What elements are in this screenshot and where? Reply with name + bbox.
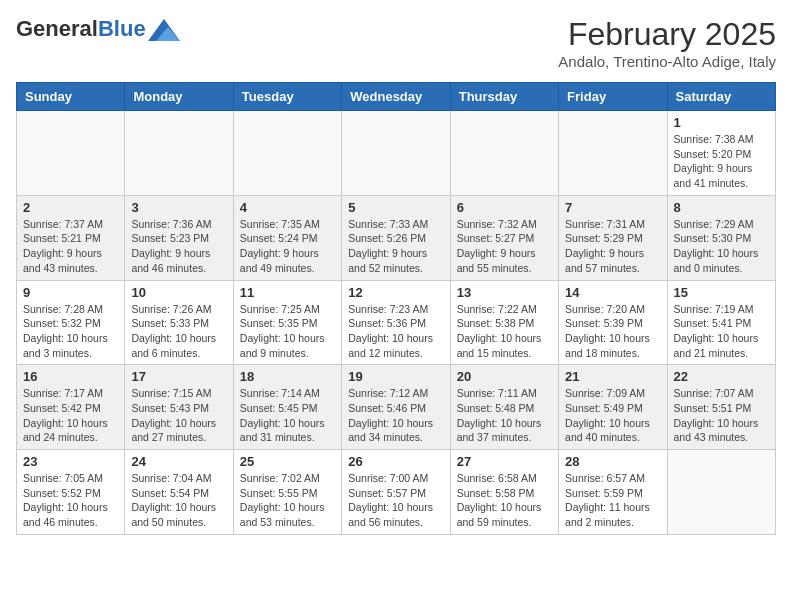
day-number: 22: [674, 369, 769, 384]
day-number: 26: [348, 454, 443, 469]
weekday-header-monday: Monday: [125, 83, 233, 111]
day-number: 16: [23, 369, 118, 384]
day-info: Sunrise: 7:29 AM Sunset: 5:30 PM Dayligh…: [674, 217, 769, 276]
day-info: Sunrise: 7:02 AM Sunset: 5:55 PM Dayligh…: [240, 471, 335, 530]
day-number: 5: [348, 200, 443, 215]
calendar-week-row: 9Sunrise: 7:28 AM Sunset: 5:32 PM Daylig…: [17, 280, 776, 365]
day-number: 4: [240, 200, 335, 215]
calendar-day-cell: 19Sunrise: 7:12 AM Sunset: 5:46 PM Dayli…: [342, 365, 450, 450]
day-number: 21: [565, 369, 660, 384]
calendar-day-cell: 3Sunrise: 7:36 AM Sunset: 5:23 PM Daylig…: [125, 195, 233, 280]
calendar-day-cell: 8Sunrise: 7:29 AM Sunset: 5:30 PM Daylig…: [667, 195, 775, 280]
calendar-day-cell: 12Sunrise: 7:23 AM Sunset: 5:36 PM Dayli…: [342, 280, 450, 365]
day-info: Sunrise: 7:11 AM Sunset: 5:48 PM Dayligh…: [457, 386, 552, 445]
day-info: Sunrise: 7:23 AM Sunset: 5:36 PM Dayligh…: [348, 302, 443, 361]
weekday-header-thursday: Thursday: [450, 83, 558, 111]
day-number: 18: [240, 369, 335, 384]
calendar-day-cell: 7Sunrise: 7:31 AM Sunset: 5:29 PM Daylig…: [559, 195, 667, 280]
calendar-table: SundayMondayTuesdayWednesdayThursdayFrid…: [16, 82, 776, 535]
logo-blue: Blue: [98, 16, 146, 42]
title-block: February 2025 Andalo, Trentino-Alto Adig…: [558, 16, 776, 70]
day-number: 23: [23, 454, 118, 469]
day-number: 3: [131, 200, 226, 215]
calendar-day-cell: [17, 111, 125, 196]
day-number: 17: [131, 369, 226, 384]
day-info: Sunrise: 7:04 AM Sunset: 5:54 PM Dayligh…: [131, 471, 226, 530]
day-info: Sunrise: 7:19 AM Sunset: 5:41 PM Dayligh…: [674, 302, 769, 361]
month-title: February 2025: [558, 16, 776, 53]
calendar-week-row: 2Sunrise: 7:37 AM Sunset: 5:21 PM Daylig…: [17, 195, 776, 280]
calendar-day-cell: 16Sunrise: 7:17 AM Sunset: 5:42 PM Dayli…: [17, 365, 125, 450]
day-info: Sunrise: 7:07 AM Sunset: 5:51 PM Dayligh…: [674, 386, 769, 445]
day-info: Sunrise: 7:14 AM Sunset: 5:45 PM Dayligh…: [240, 386, 335, 445]
calendar-week-row: 16Sunrise: 7:17 AM Sunset: 5:42 PM Dayli…: [17, 365, 776, 450]
day-info: Sunrise: 7:25 AM Sunset: 5:35 PM Dayligh…: [240, 302, 335, 361]
calendar-week-row: 23Sunrise: 7:05 AM Sunset: 5:52 PM Dayli…: [17, 450, 776, 535]
weekday-header-friday: Friday: [559, 83, 667, 111]
day-info: Sunrise: 7:33 AM Sunset: 5:26 PM Dayligh…: [348, 217, 443, 276]
calendar-day-cell: 27Sunrise: 6:58 AM Sunset: 5:58 PM Dayli…: [450, 450, 558, 535]
calendar-day-cell: [233, 111, 341, 196]
day-number: 8: [674, 200, 769, 215]
day-number: 24: [131, 454, 226, 469]
logo: General Blue: [16, 16, 180, 42]
calendar-day-cell: 4Sunrise: 7:35 AM Sunset: 5:24 PM Daylig…: [233, 195, 341, 280]
calendar-day-cell: [559, 111, 667, 196]
calendar-day-cell: [342, 111, 450, 196]
day-info: Sunrise: 7:22 AM Sunset: 5:38 PM Dayligh…: [457, 302, 552, 361]
day-info: Sunrise: 7:00 AM Sunset: 5:57 PM Dayligh…: [348, 471, 443, 530]
day-number: 28: [565, 454, 660, 469]
calendar-day-cell: 2Sunrise: 7:37 AM Sunset: 5:21 PM Daylig…: [17, 195, 125, 280]
day-info: Sunrise: 7:35 AM Sunset: 5:24 PM Dayligh…: [240, 217, 335, 276]
day-info: Sunrise: 7:37 AM Sunset: 5:21 PM Dayligh…: [23, 217, 118, 276]
calendar-day-cell: [125, 111, 233, 196]
day-info: Sunrise: 7:31 AM Sunset: 5:29 PM Dayligh…: [565, 217, 660, 276]
location-subtitle: Andalo, Trentino-Alto Adige, Italy: [558, 53, 776, 70]
calendar-day-cell: 18Sunrise: 7:14 AM Sunset: 5:45 PM Dayli…: [233, 365, 341, 450]
calendar-day-cell: 17Sunrise: 7:15 AM Sunset: 5:43 PM Dayli…: [125, 365, 233, 450]
weekday-header-tuesday: Tuesday: [233, 83, 341, 111]
logo-general: General: [16, 16, 98, 42]
day-info: Sunrise: 7:17 AM Sunset: 5:42 PM Dayligh…: [23, 386, 118, 445]
day-number: 6: [457, 200, 552, 215]
calendar-header-row: SundayMondayTuesdayWednesdayThursdayFrid…: [17, 83, 776, 111]
calendar-day-cell: 25Sunrise: 7:02 AM Sunset: 5:55 PM Dayli…: [233, 450, 341, 535]
day-number: 15: [674, 285, 769, 300]
calendar-day-cell: 23Sunrise: 7:05 AM Sunset: 5:52 PM Dayli…: [17, 450, 125, 535]
day-info: Sunrise: 7:15 AM Sunset: 5:43 PM Dayligh…: [131, 386, 226, 445]
calendar-day-cell: 1Sunrise: 7:38 AM Sunset: 5:20 PM Daylig…: [667, 111, 775, 196]
day-info: Sunrise: 6:57 AM Sunset: 5:59 PM Dayligh…: [565, 471, 660, 530]
calendar-day-cell: 15Sunrise: 7:19 AM Sunset: 5:41 PM Dayli…: [667, 280, 775, 365]
logo-icon: [148, 19, 180, 41]
day-info: Sunrise: 7:05 AM Sunset: 5:52 PM Dayligh…: [23, 471, 118, 530]
calendar-day-cell: 11Sunrise: 7:25 AM Sunset: 5:35 PM Dayli…: [233, 280, 341, 365]
day-info: Sunrise: 7:28 AM Sunset: 5:32 PM Dayligh…: [23, 302, 118, 361]
calendar-day-cell: 20Sunrise: 7:11 AM Sunset: 5:48 PM Dayli…: [450, 365, 558, 450]
calendar-day-cell: 14Sunrise: 7:20 AM Sunset: 5:39 PM Dayli…: [559, 280, 667, 365]
calendar-day-cell: 10Sunrise: 7:26 AM Sunset: 5:33 PM Dayli…: [125, 280, 233, 365]
calendar-week-row: 1Sunrise: 7:38 AM Sunset: 5:20 PM Daylig…: [17, 111, 776, 196]
day-number: 11: [240, 285, 335, 300]
day-number: 13: [457, 285, 552, 300]
day-info: Sunrise: 7:36 AM Sunset: 5:23 PM Dayligh…: [131, 217, 226, 276]
calendar-day-cell: 22Sunrise: 7:07 AM Sunset: 5:51 PM Dayli…: [667, 365, 775, 450]
day-number: 2: [23, 200, 118, 215]
day-number: 1: [674, 115, 769, 130]
calendar-day-cell: [450, 111, 558, 196]
day-number: 7: [565, 200, 660, 215]
calendar-day-cell: 24Sunrise: 7:04 AM Sunset: 5:54 PM Dayli…: [125, 450, 233, 535]
calendar-day-cell: 26Sunrise: 7:00 AM Sunset: 5:57 PM Dayli…: [342, 450, 450, 535]
weekday-header-sunday: Sunday: [17, 83, 125, 111]
day-number: 12: [348, 285, 443, 300]
day-number: 14: [565, 285, 660, 300]
day-number: 20: [457, 369, 552, 384]
day-info: Sunrise: 7:32 AM Sunset: 5:27 PM Dayligh…: [457, 217, 552, 276]
day-info: Sunrise: 7:20 AM Sunset: 5:39 PM Dayligh…: [565, 302, 660, 361]
calendar-day-cell: 5Sunrise: 7:33 AM Sunset: 5:26 PM Daylig…: [342, 195, 450, 280]
day-info: Sunrise: 7:38 AM Sunset: 5:20 PM Dayligh…: [674, 132, 769, 191]
day-info: Sunrise: 7:26 AM Sunset: 5:33 PM Dayligh…: [131, 302, 226, 361]
page-header: General Blue February 2025 Andalo, Trent…: [16, 16, 776, 70]
calendar-day-cell: 13Sunrise: 7:22 AM Sunset: 5:38 PM Dayli…: [450, 280, 558, 365]
day-number: 27: [457, 454, 552, 469]
day-number: 9: [23, 285, 118, 300]
